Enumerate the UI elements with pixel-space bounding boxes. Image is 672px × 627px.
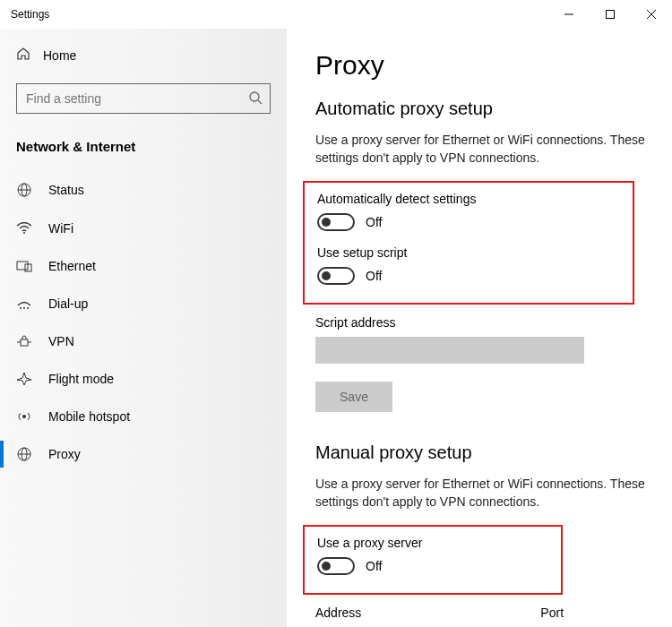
sidebar-item-label: Proxy [48, 447, 81, 461]
sidebar-item-vpn[interactable]: VPN [0, 322, 287, 360]
sidebar-item-proxy[interactable]: Proxy [0, 435, 287, 473]
flight-icon [16, 372, 32, 386]
svg-rect-10 [17, 262, 28, 270]
search-input[interactable] [26, 91, 248, 106]
sidebar-item-dialup[interactable]: Dial-up [0, 285, 287, 322]
window-title: Settings [11, 8, 49, 21]
setup-script-label: Use setup script [317, 245, 620, 260]
dialup-icon [16, 297, 32, 310]
auto-detect-toggle[interactable] [317, 213, 355, 231]
svg-point-4 [250, 92, 259, 101]
save-button[interactable]: Save [315, 382, 392, 412]
script-address-input[interactable] [315, 337, 584, 364]
svg-rect-1 [607, 11, 615, 19]
close-button[interactable] [631, 0, 672, 29]
use-proxy-label: Use a proxy server [317, 536, 548, 550]
sidebar-item-label: Mobile hotspot [48, 409, 130, 424]
sidebar-item-ethernet[interactable]: Ethernet [0, 247, 287, 285]
sidebar-item-mobile-hotspot[interactable]: Mobile hotspot [0, 398, 287, 435]
svg-point-9 [23, 232, 25, 234]
use-proxy-state: Off [366, 559, 382, 573]
sidebar-item-flight-mode[interactable]: Flight mode [0, 360, 287, 398]
sidebar-item-label: VPN [48, 334, 74, 348]
address-label: Address [315, 606, 361, 620]
script-address-label: Script address [315, 315, 652, 330]
content-area: Proxy Automatic proxy setup Use a proxy … [287, 29, 672, 627]
sidebar-section-title: Network & Internet [0, 130, 287, 170]
home-label: Home [43, 48, 76, 63]
svg-rect-15 [21, 339, 28, 346]
manual-section-heading: Manual proxy setup [315, 442, 652, 463]
home-nav[interactable]: Home [0, 38, 287, 73]
search-box[interactable] [16, 83, 271, 114]
sidebar-item-label: Ethernet [48, 259, 96, 273]
status-icon [16, 182, 32, 198]
sidebar-item-status[interactable]: Status [0, 170, 287, 210]
page-title: Proxy [315, 50, 652, 81]
port-label: Port [540, 606, 564, 620]
use-proxy-toggle[interactable] [317, 557, 355, 575]
wifi-icon [16, 222, 32, 235]
auto-section-heading: Automatic proxy setup [315, 99, 652, 119]
search-icon [248, 90, 263, 107]
svg-line-5 [258, 100, 262, 104]
sidebar-item-label: Status [48, 183, 84, 197]
auto-detect-label: Automatically detect settings [317, 192, 620, 206]
vpn-icon [16, 335, 32, 348]
window-controls [548, 0, 672, 29]
auto-section-description: Use a proxy server for Ethernet or WiFi … [315, 132, 647, 167]
setup-script-toggle[interactable] [317, 267, 355, 285]
minimize-button[interactable] [548, 0, 590, 29]
svg-point-14 [27, 307, 29, 309]
hotspot-icon [16, 409, 32, 424]
manual-highlight-box: Use a proxy server Off [303, 525, 563, 595]
proxy-icon [16, 447, 32, 461]
svg-point-13 [23, 307, 25, 309]
home-icon [16, 47, 30, 64]
auto-highlight-box: Automatically detect settings Off Use se… [303, 181, 634, 305]
maximize-button[interactable] [590, 0, 631, 29]
svg-point-18 [22, 415, 26, 418]
manual-section-description: Use a proxy server for Ethernet or WiFi … [315, 476, 647, 511]
setup-script-state: Off [366, 269, 382, 283]
sidebar-item-label: WiFi [48, 221, 73, 236]
auto-detect-state: Off [366, 215, 382, 229]
sidebar-item-label: Dial-up [48, 296, 88, 311]
svg-point-12 [20, 307, 22, 309]
sidebar: Home Network & Internet Status WiFi [0, 29, 287, 627]
ethernet-icon [16, 260, 32, 272]
sidebar-item-wifi[interactable]: WiFi [0, 210, 287, 247]
sidebar-item-label: Flight mode [48, 372, 114, 386]
titlebar: Settings [0, 0, 672, 29]
